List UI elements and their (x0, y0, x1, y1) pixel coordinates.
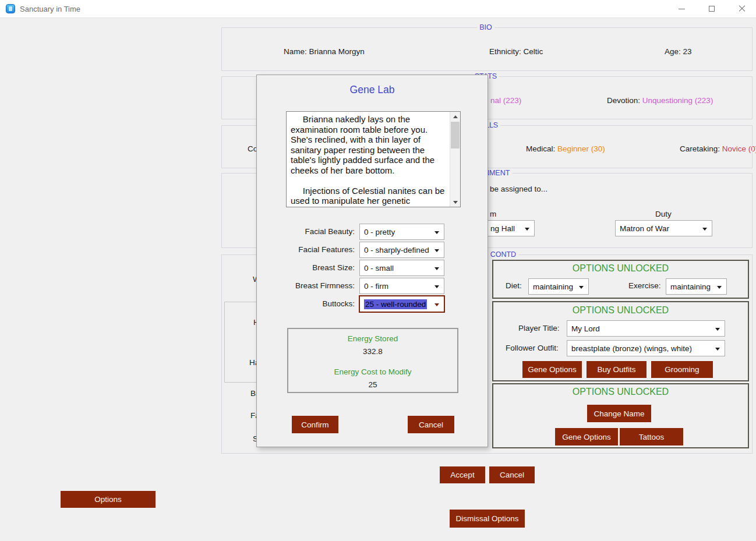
cancel-button-dialog[interactable]: Cancel (408, 416, 454, 433)
facial-features-combo[interactable]: 0 - sharply-defined (359, 242, 444, 258)
buttocks-label: Buttocks: (257, 299, 355, 308)
buttocks-combo[interactable]: 25 - well-rounded (359, 295, 445, 313)
buttocks-value: 25 - well-rounded (364, 299, 427, 309)
scrollbar-thumb[interactable] (451, 122, 460, 148)
breast-size-combo[interactable]: 0 - small (359, 260, 444, 276)
accept-button[interactable]: Accept (440, 466, 485, 483)
breast-firmness-combo[interactable]: 0 - firm (359, 278, 444, 294)
window-title: Sanctuary in Time (20, 5, 80, 13)
breast-firmness-label: Breast Firmness: (257, 281, 355, 290)
legend-bio: BIO (477, 23, 494, 31)
app-icon-inner (9, 6, 12, 11)
dismissal-options-button[interactable]: Dismissal Options (450, 510, 525, 528)
chevron-down-icon (434, 303, 439, 306)
close-button[interactable] (729, 0, 755, 17)
minimize-icon (679, 9, 685, 9)
description-box[interactable]: Brianna nakedly lays on the examination … (286, 111, 461, 207)
arrow-down-icon (453, 201, 458, 204)
scrollbar-down-button[interactable] (450, 197, 460, 207)
breast-size-value: 0 - small (364, 264, 394, 273)
confirm-button[interactable]: Confirm (292, 416, 338, 433)
facial-features-label: Facial Features: (257, 245, 355, 254)
facial-beauty-combo[interactable]: 0 - pretty (359, 224, 444, 240)
gene-lab-dialog: Gene Lab Brianna nakedly lays on the exa… (256, 75, 488, 447)
dialog-title: Gene Lab (257, 84, 487, 96)
description-text: Brianna nakedly lays on the examination … (291, 114, 449, 206)
chevron-down-icon (434, 285, 439, 288)
facial-beauty-value: 0 - pretty (364, 228, 395, 236)
app-window: Sanctuary in Time BIO Name: Brianna Morg… (0, 0, 756, 541)
minimize-button[interactable] (668, 0, 695, 17)
energy-cost-label: Energy Cost to Modify (287, 367, 458, 376)
options-button[interactable]: Options (61, 491, 156, 508)
energy-stored-value: 332.8 (287, 347, 458, 356)
facial-beauty-label: Facial Beauty: (257, 227, 355, 236)
title-bar: Sanctuary in Time (0, 0, 756, 18)
breast-firmness-value: 0 - firm (364, 282, 388, 291)
breast-size-label: Breast Size: (257, 263, 355, 272)
scrollbar-up-button[interactable] (450, 112, 460, 121)
maximize-button[interactable] (698, 0, 725, 17)
cancel-button[interactable]: Cancel (489, 466, 535, 483)
facial-features-value: 0 - sharply-defined (364, 246, 429, 254)
scrollbar[interactable] (450, 112, 460, 207)
chevron-down-icon (434, 231, 439, 234)
close-icon (739, 5, 746, 12)
chevron-down-icon (434, 249, 439, 252)
energy-stored-label: Energy Stored (287, 334, 458, 343)
energy-cost-value: 25 (287, 380, 458, 389)
app-icon (6, 4, 15, 13)
maximize-icon (709, 6, 715, 12)
arrow-up-icon (453, 115, 458, 118)
chevron-down-icon (434, 267, 439, 270)
panel-bio (221, 27, 753, 71)
